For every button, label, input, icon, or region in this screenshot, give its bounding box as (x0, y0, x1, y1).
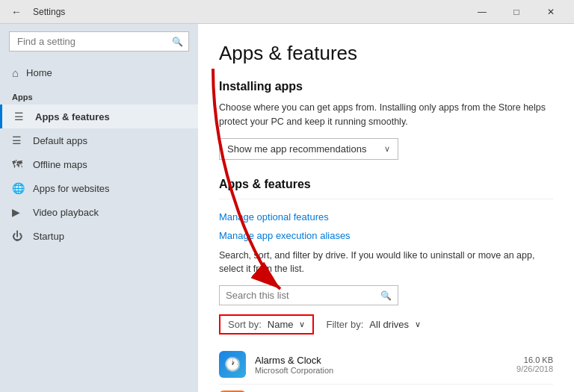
app-meta: 16.0 KB 9/26/2018 (516, 355, 553, 373)
sidebar-home-label: Home (26, 67, 52, 78)
apps-websites-icon: 🌐 (12, 182, 25, 194)
minimize-button[interactable]: — (465, 0, 499, 24)
apps-features-icon: ☰ (14, 111, 28, 122)
home-icon: ⌂ (12, 66, 19, 79)
filter-chevron-icon: ∨ (415, 320, 421, 329)
main-layout: 🔍 ⌂ Home Apps ☰ Apps & features ☰ Defaul… (0, 24, 574, 392)
sort-filter-row: Sort by: Name ∨ Filter by: All drives ∨ (219, 314, 553, 335)
app-size: 16.0 KB (516, 355, 553, 364)
sidebar-item-apps-websites[interactable]: 🌐 Apps for websites (0, 176, 198, 200)
app-search-box[interactable]: 🔍 (219, 285, 398, 305)
offline-maps-icon: 🗺 (12, 158, 25, 170)
sidebar-search-input[interactable] (9, 31, 189, 52)
startup-icon: ⏻ (12, 230, 25, 242)
app-recommendation-dropdown[interactable]: Show me app recommendations ∨ (219, 138, 398, 160)
filter-by-button[interactable]: Filter by: All drives ∨ (326, 319, 421, 330)
sidebar-item-label: Apps for websites (33, 183, 110, 194)
page-title: Apps & features (219, 42, 553, 65)
installing-description: Choose where you can get apps from. Inst… (219, 101, 548, 129)
app-publisher: Microsoft Corporation (255, 366, 516, 375)
window-controls: — □ ✕ (465, 0, 568, 24)
sort-by-label: Sort by: (228, 319, 262, 330)
installing-section-title: Installing apps (219, 80, 553, 93)
app-icon: 🕐 (219, 351, 246, 378)
sidebar-search-container: 🔍 (9, 31, 189, 52)
sidebar-item-offline-maps[interactable]: 🗺 Offline maps (0, 152, 198, 176)
filter-description: Search, sort, and filter by drive. If yo… (219, 249, 548, 277)
back-button[interactable]: ← (6, 1, 27, 22)
sort-by-button[interactable]: Sort by: Name ∨ (219, 314, 314, 335)
sidebar-item-video-playback[interactable]: ▶ Video playback (0, 200, 198, 224)
search-icon: 🔍 (380, 290, 392, 301)
manage-aliases-link[interactable]: Manage app execution aliases (219, 230, 553, 241)
dropdown-value: Show me app recommendations (227, 143, 366, 155)
app-name: Alarms & Clock (255, 355, 516, 366)
close-button[interactable]: ✕ (534, 0, 568, 24)
list-item[interactable]: 🕐 Alarms & Clock Microsoft Corporation 1… (219, 345, 553, 385)
sidebar-item-label: Default apps (33, 135, 87, 146)
filter-value: All drives (369, 319, 409, 330)
filter-by-label: Filter by: (326, 319, 363, 330)
sidebar-item-home[interactable]: ⌂ Home (0, 59, 198, 87)
app-date: 9/26/2018 (516, 364, 553, 373)
sidebar-item-label: Offline maps (33, 159, 87, 170)
clock-icon: 🕐 (224, 356, 241, 373)
sort-value: Name (268, 319, 294, 330)
sidebar-item-label: Apps & features (35, 111, 110, 122)
sort-chevron-icon: ∨ (299, 320, 305, 329)
sidebar-item-startup[interactable]: ⏻ Startup (0, 224, 198, 248)
maximize-button[interactable]: □ (499, 0, 534, 24)
sidebar: 🔍 ⌂ Home Apps ☰ Apps & features ☰ Defaul… (0, 24, 198, 392)
sidebar-search-icon: 🔍 (172, 37, 183, 47)
title-bar: ← Settings — □ ✕ (0, 0, 574, 24)
apps-features-section-title: Apps & features (219, 178, 553, 191)
sidebar-item-apps-features[interactable]: ☰ Apps & features (0, 105, 198, 128)
chevron-down-icon: ∨ (384, 144, 390, 154)
annotation-arrow (198, 24, 574, 392)
list-item[interactable]: 📦 App Installer 10.4 KB (219, 385, 553, 392)
app-search-input[interactable] (226, 290, 380, 301)
sidebar-item-label: Startup (33, 231, 64, 242)
section-divider (219, 199, 553, 199)
sidebar-item-default-apps[interactable]: ☰ Default apps (0, 128, 198, 152)
sidebar-item-label: Video playback (33, 207, 99, 218)
window-title: Settings (33, 7, 65, 17)
app-info: Alarms & Clock Microsoft Corporation (255, 355, 516, 375)
app-list: 🕐 Alarms & Clock Microsoft Corporation 1… (219, 345, 553, 392)
default-apps-icon: ☰ (12, 134, 25, 146)
content-area: Apps & features Installing apps Choose w… (198, 24, 574, 392)
video-playback-icon: ▶ (12, 206, 25, 218)
sidebar-section-label: Apps (0, 87, 198, 105)
manage-optional-features-link[interactable]: Manage optional features (219, 211, 553, 223)
